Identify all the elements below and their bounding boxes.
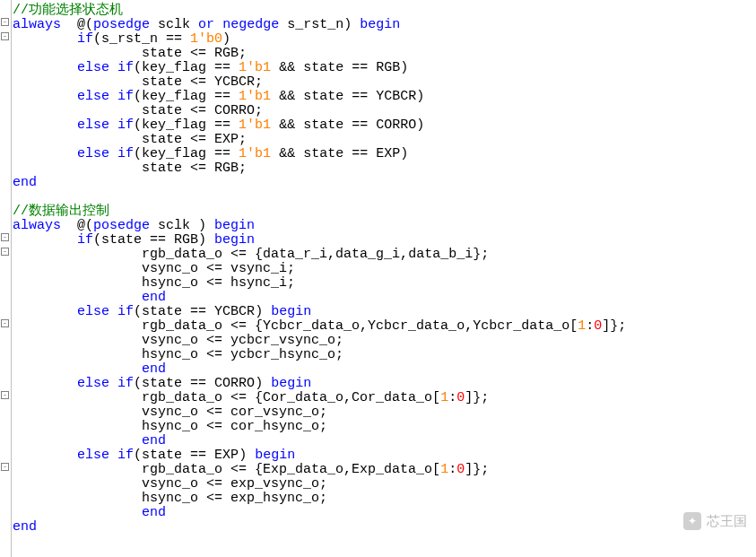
fold-marker[interactable]: -	[1, 463, 9, 471]
keyword-or: or	[198, 17, 214, 32]
fold-gutter: - - - - - - -	[0, 0, 12, 557]
fold-marker[interactable]: -	[1, 32, 9, 40]
keyword-negedge: negedge	[222, 17, 279, 32]
keyword-always: always	[13, 17, 61, 32]
keyword-if: if	[117, 60, 134, 75]
keyword-else: else	[77, 60, 109, 75]
literal: 1'b1	[239, 60, 271, 75]
fold-marker[interactable]: -	[1, 248, 9, 256]
keyword-posedge: posedge	[93, 17, 150, 32]
watermark-label: 芯王国	[707, 514, 747, 528]
comment-line: //数据输出控制	[13, 204, 109, 219]
watermark: ✦ 芯王国	[683, 512, 747, 530]
literal: 1'b0	[190, 31, 222, 47]
comment-line: //功能选择状态机	[13, 3, 123, 18]
wechat-icon: ✦	[683, 512, 701, 530]
code-block: //功能选择状态机 always @(posedge sclk or neged…	[13, 4, 626, 535]
fold-marker[interactable]: -	[1, 391, 9, 399]
keyword-if: if	[77, 31, 93, 47]
fold-marker[interactable]: -	[1, 233, 9, 241]
keyword-begin: begin	[360, 17, 400, 32]
keyword-end: end	[13, 175, 37, 190]
fold-marker[interactable]: -	[1, 18, 9, 26]
fold-marker[interactable]: -	[1, 319, 9, 327]
